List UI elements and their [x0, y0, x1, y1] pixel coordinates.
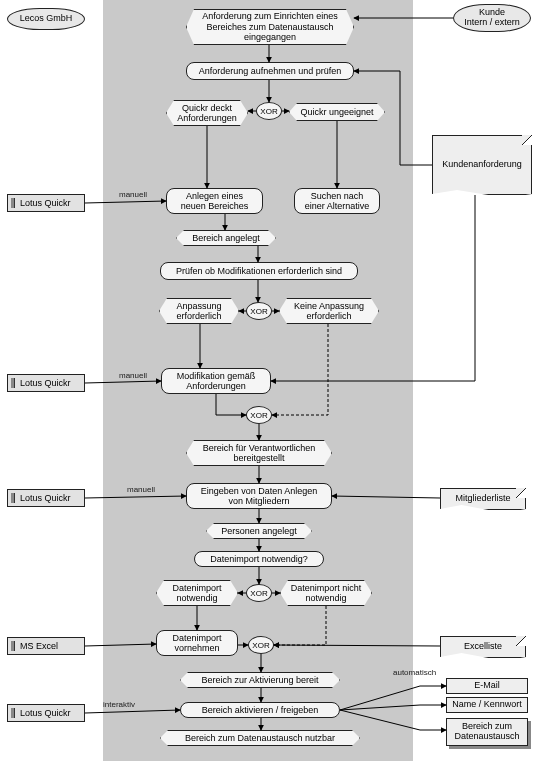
- label-manuell-2: manuell: [119, 371, 147, 380]
- sys-lotus-quickr-3: Lotus Quickr: [7, 489, 85, 507]
- xor-5: XOR: [248, 636, 274, 654]
- doc-kundenanforderung: Kundenanforderung: [432, 135, 532, 195]
- label-manuell-1: manuell: [119, 190, 147, 199]
- diagram-canvas: Lecos GmbH Kunde Intern / extern Lotus Q…: [0, 0, 541, 761]
- label-manuell-3: manuell: [127, 485, 155, 494]
- xor-1: XOR: [256, 102, 282, 120]
- org-lecos: Lecos GmbH: [7, 8, 85, 30]
- xor-3: XOR: [246, 406, 272, 424]
- fn-alternative: Suchen nach einer Alternative: [294, 188, 380, 214]
- out-bereich-datenaustausch: Bereich zum Datenaustausch: [446, 718, 528, 746]
- event-nutzbar: Bereich zum Datenaustausch nutzbar: [160, 730, 360, 746]
- label-automatisch: automatisch: [393, 668, 436, 677]
- sys-lotus-quickr-2: Lotus Quickr: [7, 374, 85, 392]
- fn-pruefen-modifikationen: Prüfen ob Modifikationen erforderlich si…: [160, 262, 358, 280]
- fn-eingeben: Eingeben von Daten Anlegen von Mitgliede…: [186, 483, 332, 509]
- out-email: E-Mail: [446, 678, 528, 694]
- sys-lotus-quickr-1: Lotus Quickr: [7, 194, 85, 212]
- doc-mitgliederliste: Mitgliederliste: [440, 488, 526, 510]
- fn-aktivieren: Bereich aktivieren / freigeben: [180, 702, 340, 718]
- fn-import-notwendig-frage: Datenimport notwendig?: [194, 551, 324, 567]
- sys-lotus-quickr-4: Lotus Quickr: [7, 704, 85, 722]
- event-import-nicht-notwendig: Datenimport nicht notwendig: [280, 580, 372, 606]
- out-name-kennwort: Name / Kennwort: [446, 697, 528, 713]
- sys-ms-excel: MS Excel: [7, 637, 85, 655]
- fn-anlegen: Anlegen eines neuen Bereiches: [166, 188, 263, 214]
- xor-4: XOR: [246, 584, 272, 602]
- doc-excelliste: Excelliste: [440, 636, 526, 658]
- event-bereich-bereit: Bereich für Verantwortlichen bereitgeste…: [186, 440, 332, 466]
- event-personen-angelegt: Personen angelegt: [206, 523, 312, 539]
- event-quickr-ungeeignet: Quickr ungeeignet: [289, 103, 385, 121]
- fn-aufnehmen: Anforderung aufnehmen und prüfen: [186, 62, 354, 80]
- event-aktivierung-bereit: Bereich zur Aktivierung bereit: [180, 672, 340, 688]
- fn-modifikation: Modifikation gemäß Anforderungen: [161, 368, 271, 394]
- event-bereich-angelegt: Bereich angelegt: [176, 230, 276, 246]
- label-interaktiv: interaktiv: [103, 700, 135, 709]
- xor-2: XOR: [246, 302, 272, 320]
- org-kunde-line2: Intern / extern: [464, 18, 520, 28]
- event-import-notwendig: Datenimport notwendig: [156, 580, 238, 606]
- event-anpassung-erforderlich: Anpassung erforderlich: [159, 298, 239, 324]
- org-kunde: Kunde Intern / extern: [453, 4, 531, 32]
- event-start: Anforderung zum Einrichten eines Bereich…: [186, 9, 354, 45]
- event-quickr-deckt: Quickr deckt Anforderungen: [166, 100, 248, 126]
- fn-import-vornehmen: Datenimport vornehmen: [156, 630, 238, 656]
- event-keine-anpassung: Keine Anpassung erforderlich: [279, 298, 379, 324]
